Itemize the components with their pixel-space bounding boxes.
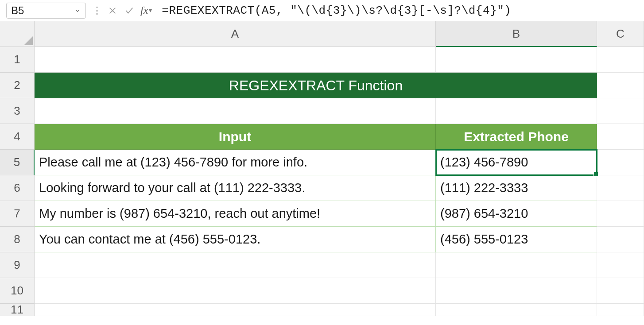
cell-C5[interactable] <box>597 150 644 175</box>
cell-C1[interactable] <box>597 47 644 73</box>
cell-A1[interactable] <box>35 47 436 73</box>
cell-C11[interactable] <box>597 304 644 316</box>
cancel-icon[interactable] <box>106 4 119 17</box>
cell-C10[interactable] <box>597 278 644 304</box>
cell-A7[interactable]: My number is (987) 654-3210, reach out a… <box>35 201 436 227</box>
col-header-A[interactable]: A <box>35 21 436 47</box>
select-all-corner[interactable] <box>0 21 35 47</box>
cell-A8[interactable]: You can contact me at (456) 555-0123. <box>35 227 436 252</box>
cell-A11[interactable] <box>35 304 436 316</box>
row-header[interactable]: 8 <box>0 227 35 252</box>
cell-C8[interactable] <box>597 227 644 252</box>
name-box[interactable]: B5 <box>6 3 86 19</box>
cell-B1[interactable] <box>436 47 597 73</box>
cell-C2[interactable] <box>597 73 644 98</box>
cell-B7[interactable]: (987) 654-3210 <box>436 201 597 227</box>
row-header[interactable]: 3 <box>0 98 35 124</box>
fx-icon[interactable]: fx▾ <box>140 4 153 16</box>
col-header-B[interactable]: B <box>436 21 597 47</box>
cell-C3[interactable] <box>597 98 644 124</box>
formula-bar: B5 ⋮ fx▾ <box>0 0 644 21</box>
chevron-down-icon[interactable] <box>74 4 81 17</box>
cell-B6[interactable]: (111) 222-3333 <box>436 175 597 201</box>
row-header[interactable]: 5 <box>0 150 35 175</box>
cell-A3[interactable] <box>35 98 436 124</box>
row-header[interactable]: 7 <box>0 201 35 227</box>
cell-A10[interactable] <box>35 278 436 304</box>
title-banner[interactable]: REGEXEXTRACT Function <box>35 73 597 98</box>
cell-B8[interactable]: (456) 555-0123 <box>436 227 597 252</box>
cell-C7[interactable] <box>597 201 644 227</box>
formula-input[interactable] <box>156 3 640 19</box>
cell-B10[interactable] <box>436 278 597 304</box>
row-header[interactable]: 6 <box>0 175 35 201</box>
cell-C4[interactable] <box>597 124 644 150</box>
header-extracted-phone[interactable]: Extracted Phone <box>436 124 597 150</box>
row-header[interactable]: 11 <box>0 304 35 316</box>
enter-icon[interactable] <box>123 4 136 17</box>
spreadsheet-grid: A B C 1 2 REGEXEXTRACT Function 3 4 Inpu… <box>0 21 644 325</box>
cell-A5[interactable]: Please call me at (123) 456-7890 for mor… <box>35 150 436 175</box>
row-header[interactable]: 10 <box>0 278 35 304</box>
cell-B3[interactable] <box>436 98 597 124</box>
row-header[interactable]: 4 <box>0 124 35 150</box>
cell-C9[interactable] <box>597 252 644 278</box>
row-header[interactable]: 9 <box>0 252 35 278</box>
cell-B11[interactable] <box>436 304 597 316</box>
header-input[interactable]: Input <box>35 124 436 150</box>
col-header-C[interactable]: C <box>597 21 644 47</box>
cell-C6[interactable] <box>597 175 644 201</box>
name-box-value: B5 <box>11 4 24 17</box>
cell-B9[interactable] <box>436 252 597 278</box>
row-header[interactable]: 1 <box>0 47 35 73</box>
row-header[interactable]: 2 <box>0 73 35 98</box>
cell-A6[interactable]: Looking forward to your call at (111) 22… <box>35 175 436 201</box>
cell-A9[interactable] <box>35 252 436 278</box>
divider-icon: ⋮ <box>89 5 102 16</box>
cell-B5[interactable]: (123) 456-7890 <box>436 150 597 175</box>
